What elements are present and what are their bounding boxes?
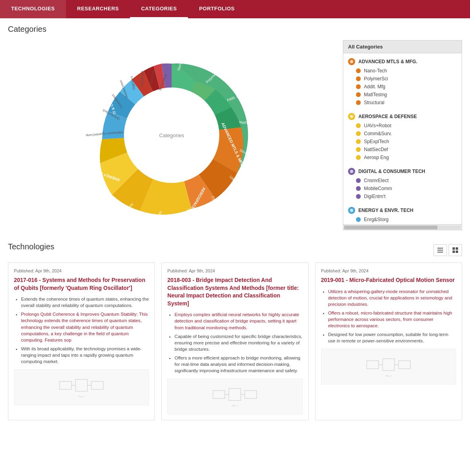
grid-view-button[interactable] (449, 244, 462, 256)
donut-svg-wrapper: Nano-Tech PolymerSci Addit. Mfg MatlTest… (80, 44, 263, 227)
sub-item-dot (356, 147, 361, 152)
svg-rect-33 (437, 250, 443, 251)
tech-card[interactable]: Published: Apr 9th, 20242017-016 - Syste… (8, 262, 155, 420)
category-sub-item[interactable]: Nano-Tech (343, 67, 462, 75)
sub-item-label: Structural (364, 100, 384, 105)
category-group[interactable]: AEROSPACE & DEFENSEUAVs+RobotComm&Surv.S… (343, 111, 462, 161)
card-bullets: Utilizes a whispering-gallery-mode reson… (321, 288, 456, 344)
panel-hscroll-thumb (344, 225, 437, 229)
card-title[interactable]: 2018-003 - Bridge Impact Detection And C… (167, 276, 302, 307)
sub-item-label: Addit. Mfg (364, 84, 385, 89)
category-group-header[interactable]: ENERGY & ENVR. TECH (343, 205, 462, 216)
card-diagram: Fig. 3 (321, 349, 456, 385)
sub-item-label: PolymerSci (364, 76, 388, 82)
nav-categories[interactable]: CATEGORIES (130, 0, 188, 18)
sub-item-dot (356, 84, 361, 89)
svg-text:Categories: Categories (159, 132, 184, 138)
technologies-section: Technologies (8, 242, 462, 420)
category-sub-item[interactable]: MatlTestng (343, 91, 462, 99)
svg-text:StrucInteg: StrucInteg (111, 69, 120, 86)
svg-rect-38 (456, 251, 458, 253)
svg-rect-41 (91, 381, 103, 389)
category-group-icon (348, 113, 355, 120)
tech-card[interactable]: Published: Apr 9th, 20242018-003 - Bridg… (161, 262, 308, 420)
card-bullet-item: Utilizes a whispering-gallery-mode reson… (328, 288, 456, 307)
category-sub-item[interactable]: Structural (343, 99, 462, 107)
card-title[interactable]: 2017-016 - Systems and Methods for Prese… (14, 276, 149, 292)
donut-chart-svg[interactable]: Nano-Tech PolymerSci Addit. Mfg MatlTest… (80, 44, 263, 227)
sub-item-dot (356, 186, 361, 191)
list-view-button[interactable] (433, 244, 447, 256)
svg-rect-36 (456, 247, 458, 250)
category-sub-item[interactable]: MobileComm (343, 185, 462, 192)
main-nav: TECHNOLOGIES RESEARCHERS CATEGORIES PORT… (0, 0, 470, 18)
card-bullets: Employs complex artificial neural networ… (167, 311, 302, 374)
sub-item-label: MobileComm (364, 186, 392, 191)
sub-item-label: NatlSecDef (364, 147, 388, 152)
tech-cards-container: Published: Apr 9th, 20242017-016 - Syste… (8, 262, 462, 420)
sub-item-label: CnsmrElect (364, 178, 389, 183)
sub-item-dot (356, 178, 361, 183)
card-bullet-item: Prolongs Qubit Coherence & Improves Quan… (21, 311, 149, 343)
svg-rect-37 (453, 251, 455, 253)
card-bullet-item: Employs complex artificial neural networ… (174, 311, 302, 330)
svg-rect-46 (229, 389, 241, 400)
svg-text:Crypto.: Crypto. (133, 61, 137, 72)
card-title[interactable]: 2019-001 - Micro-Fabricated Optical Moti… (321, 276, 456, 284)
category-group-header[interactable]: ADVANCED MTLS & MFG. (343, 56, 462, 67)
category-sub-item[interactable]: Aerosp Eng (343, 153, 462, 161)
sub-item-label: Enrg&Storg (364, 217, 389, 222)
category-sub-item[interactable]: CnsmrElect (343, 177, 462, 185)
svg-text:Fig. 1: Fig. 1 (79, 395, 85, 398)
category-sub-item[interactable]: Addit. Mfg (343, 83, 462, 91)
sub-item-label: Comm&Surv. (364, 131, 392, 136)
list-icon (437, 247, 443, 253)
category-group[interactable]: ADVANCED MTLS & MFG.Nano-TechPolymerSciA… (343, 56, 462, 107)
category-sub-item[interactable]: Comm&Surv. (343, 130, 462, 138)
nav-portfolios[interactable]: PORTFOLIOS (188, 0, 246, 18)
sub-item-dot (356, 217, 361, 222)
sub-item-dot (356, 100, 361, 105)
svg-text:Fig. 3: Fig. 3 (385, 375, 392, 377)
sub-item-dot (356, 76, 361, 81)
nav-researchers[interactable]: RESEARCHERS (66, 0, 130, 18)
categories-panel: All Categories ADVANCED MTLS & MFG.Nano-… (343, 40, 462, 230)
category-sub-item[interactable]: SpExplTech (343, 138, 462, 146)
svg-rect-53 (398, 361, 410, 369)
nav-technologies[interactable]: TECHNOLOGIES (0, 0, 66, 18)
categories-section: Nano-Tech PolymerSci Addit. Mfg MatlTest… (8, 40, 462, 230)
category-sub-item[interactable]: PolymerSci (343, 75, 462, 83)
sub-item-label: DigiEntm't (364, 194, 385, 199)
category-group-header[interactable]: AEROSPACE & DEFENSE (343, 111, 462, 122)
bullet-text: Offers a robust, micro-fabricated struct… (328, 311, 444, 315)
panel-horizontal-scrollbar[interactable] (343, 224, 462, 230)
sub-item-dot (356, 155, 361, 160)
panel-header: All Categories (343, 41, 462, 53)
category-sub-item[interactable]: UAVs+Robot (343, 122, 462, 130)
sub-item-dot (356, 92, 361, 97)
category-group[interactable]: ENERGY & ENVR. TECHEnrg&StorgEnv... (343, 205, 462, 224)
category-sub-item[interactable]: Enrg&Storg (343, 216, 462, 223)
category-group-header[interactable]: DIGITAL & CONSUMER TECH (343, 166, 462, 177)
category-sub-item[interactable]: DigiEntm't (343, 192, 462, 200)
svg-rect-47 (245, 391, 257, 398)
sub-item-label: Nano-Tech (364, 68, 387, 74)
card-bullet-item: Capable of being customized for specific… (174, 333, 302, 352)
tech-card[interactable]: Published: Apr 9th, 20242019-001 - Micro… (315, 262, 462, 420)
svg-rect-34 (437, 252, 443, 253)
category-group[interactable]: DIGITAL & CONSUMER TECHCnsmrElectMobileC… (343, 166, 462, 200)
sub-item-dot (356, 131, 361, 136)
card-date: Published: Apr 9th, 2024 (321, 268, 456, 273)
card-bullet-item: Designed for low power consumption, suit… (328, 331, 456, 344)
diagram-svg: Fig. 3 (365, 355, 412, 379)
category-sub-item[interactable]: NatlSecDef (343, 146, 462, 153)
panel-body[interactable]: ADVANCED MTLS & MFG.Nano-TechPolymerSciA… (343, 53, 462, 224)
sub-item-dot (356, 123, 361, 128)
sub-item-label: SpExplTech (364, 139, 389, 144)
svg-rect-39 (60, 381, 72, 389)
sub-item-label: Aerosp Eng (364, 155, 389, 160)
svg-text:UAVs+Robot: UAVs+Robot (228, 175, 246, 192)
card-bullet-item: With its broad applicability, the techno… (21, 346, 149, 365)
svg-rect-52 (383, 359, 395, 371)
panel-hscroll-track (344, 225, 461, 229)
